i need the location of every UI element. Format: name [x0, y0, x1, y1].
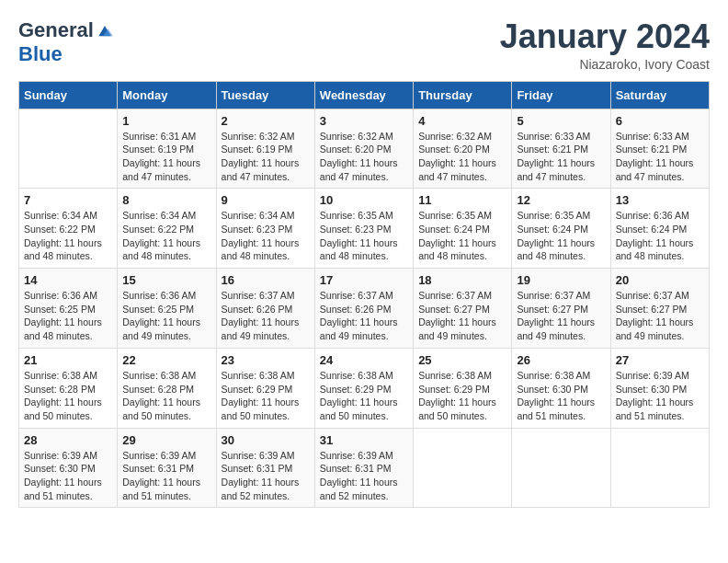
calendar-cell: 29Sunrise: 6:39 AM Sunset: 6:31 PM Dayli… [118, 428, 216, 508]
calendar-cell: 1Sunrise: 6:31 AM Sunset: 6:19 PM Daylig… [118, 109, 216, 189]
calendar-table: SundayMondayTuesdayWednesdayThursdayFrid… [18, 81, 710, 509]
calendar-cell: 7Sunrise: 6:34 AM Sunset: 6:22 PM Daylig… [19, 189, 118, 269]
day-info: Sunrise: 6:36 AM Sunset: 6:25 PM Dayligh… [24, 289, 112, 343]
location-subtitle: Niazaroko, Ivory Coast [500, 57, 710, 72]
day-number: 29 [122, 433, 210, 447]
day-number: 22 [122, 353, 210, 367]
calendar-cell: 31Sunrise: 6:39 AM Sunset: 6:31 PM Dayli… [314, 428, 413, 508]
day-info: Sunrise: 6:37 AM Sunset: 6:27 PM Dayligh… [418, 289, 506, 343]
calendar-day-header: Friday [512, 81, 610, 109]
day-info: Sunrise: 6:33 AM Sunset: 6:21 PM Dayligh… [517, 130, 605, 184]
day-info: Sunrise: 6:36 AM Sunset: 6:24 PM Dayligh… [616, 209, 704, 263]
day-number: 26 [517, 353, 605, 367]
day-info: Sunrise: 6:35 AM Sunset: 6:24 PM Dayligh… [517, 209, 605, 263]
calendar-cell: 4Sunrise: 6:32 AM Sunset: 6:20 PM Daylig… [414, 109, 512, 189]
calendar-cell: 10Sunrise: 6:35 AM Sunset: 6:23 PM Dayli… [314, 189, 413, 269]
day-info: Sunrise: 6:37 AM Sunset: 6:27 PM Dayligh… [517, 289, 605, 343]
calendar-cell: 25Sunrise: 6:38 AM Sunset: 6:29 PM Dayli… [414, 348, 512, 428]
day-number: 18 [418, 273, 506, 287]
calendar-cell: 28Sunrise: 6:39 AM Sunset: 6:30 PM Dayli… [19, 428, 118, 508]
calendar-cell: 9Sunrise: 6:34 AM Sunset: 6:23 PM Daylig… [216, 189, 314, 269]
calendar-day-header: Wednesday [314, 81, 413, 109]
day-number: 30 [222, 433, 310, 447]
calendar-cell: 5Sunrise: 6:33 AM Sunset: 6:21 PM Daylig… [512, 109, 610, 189]
calendar-cell: 15Sunrise: 6:36 AM Sunset: 6:25 PM Dayli… [118, 269, 216, 349]
month-title: January 2024 [500, 18, 710, 55]
calendar-day-header: Saturday [610, 81, 709, 109]
calendar-cell: 14Sunrise: 6:36 AM Sunset: 6:25 PM Dayli… [19, 269, 118, 349]
calendar-cell: 18Sunrise: 6:37 AM Sunset: 6:27 PM Dayli… [414, 269, 512, 349]
calendar-cell: 24Sunrise: 6:38 AM Sunset: 6:29 PM Dayli… [314, 348, 413, 428]
calendar-cell: 27Sunrise: 6:39 AM Sunset: 6:30 PM Dayli… [610, 348, 709, 428]
calendar-cell: 16Sunrise: 6:37 AM Sunset: 6:26 PM Dayli… [216, 269, 314, 349]
day-number: 23 [222, 353, 310, 367]
day-info: Sunrise: 6:37 AM Sunset: 6:27 PM Dayligh… [616, 289, 704, 343]
calendar-cell [414, 428, 512, 508]
title-section: January 2024 Niazaroko, Ivory Coast [500, 18, 710, 72]
calendar-cell: 23Sunrise: 6:38 AM Sunset: 6:29 PM Dayli… [216, 348, 314, 428]
calendar-cell: 30Sunrise: 6:39 AM Sunset: 6:31 PM Dayli… [216, 428, 314, 508]
day-number: 24 [320, 353, 408, 367]
day-info: Sunrise: 6:37 AM Sunset: 6:26 PM Dayligh… [222, 289, 310, 343]
day-number: 21 [24, 353, 112, 367]
day-info: Sunrise: 6:32 AM Sunset: 6:20 PM Dayligh… [418, 130, 506, 184]
calendar-week-row: 7Sunrise: 6:34 AM Sunset: 6:22 PM Daylig… [19, 189, 710, 269]
calendar-cell: 22Sunrise: 6:38 AM Sunset: 6:28 PM Dayli… [118, 348, 216, 428]
day-info: Sunrise: 6:32 AM Sunset: 6:19 PM Dayligh… [222, 130, 310, 184]
day-info: Sunrise: 6:34 AM Sunset: 6:22 PM Dayligh… [24, 209, 112, 263]
day-number: 20 [616, 273, 704, 287]
day-number: 12 [517, 193, 605, 207]
day-info: Sunrise: 6:37 AM Sunset: 6:26 PM Dayligh… [320, 289, 408, 343]
calendar-day-header: Thursday [414, 81, 512, 109]
day-number: 10 [320, 193, 408, 207]
day-info: Sunrise: 6:38 AM Sunset: 6:29 PM Dayligh… [418, 369, 506, 423]
day-number: 2 [222, 114, 310, 128]
calendar-cell [610, 428, 709, 508]
calendar-week-row: 21Sunrise: 6:38 AM Sunset: 6:28 PM Dayli… [19, 348, 710, 428]
calendar-cell: 3Sunrise: 6:32 AM Sunset: 6:20 PM Daylig… [314, 109, 413, 189]
day-info: Sunrise: 6:38 AM Sunset: 6:29 PM Dayligh… [222, 369, 310, 423]
day-info: Sunrise: 6:35 AM Sunset: 6:23 PM Dayligh… [320, 209, 408, 263]
day-number: 3 [320, 114, 408, 128]
calendar-cell: 21Sunrise: 6:38 AM Sunset: 6:28 PM Dayli… [19, 348, 118, 428]
calendar-cell: 20Sunrise: 6:37 AM Sunset: 6:27 PM Dayli… [610, 269, 709, 349]
day-number: 31 [320, 433, 408, 447]
calendar-day-header: Monday [118, 81, 216, 109]
day-info: Sunrise: 6:31 AM Sunset: 6:19 PM Dayligh… [122, 130, 210, 184]
day-info: Sunrise: 6:35 AM Sunset: 6:24 PM Dayligh… [418, 209, 506, 263]
day-info: Sunrise: 6:34 AM Sunset: 6:22 PM Dayligh… [122, 209, 210, 263]
day-number: 17 [320, 273, 408, 287]
day-number: 14 [24, 273, 112, 287]
day-info: Sunrise: 6:39 AM Sunset: 6:30 PM Dayligh… [24, 449, 112, 503]
calendar-cell: 6Sunrise: 6:33 AM Sunset: 6:21 PM Daylig… [610, 109, 709, 189]
calendar-week-row: 14Sunrise: 6:36 AM Sunset: 6:25 PM Dayli… [19, 269, 710, 349]
calendar-day-header: Tuesday [216, 81, 314, 109]
day-info: Sunrise: 6:38 AM Sunset: 6:30 PM Dayligh… [517, 369, 605, 423]
page-header: General Blue January 2024 Niazaroko, Ivo… [18, 18, 710, 72]
calendar-cell: 26Sunrise: 6:38 AM Sunset: 6:30 PM Dayli… [512, 348, 610, 428]
day-number: 6 [616, 114, 704, 128]
day-info: Sunrise: 6:36 AM Sunset: 6:25 PM Dayligh… [122, 289, 210, 343]
day-number: 4 [418, 114, 506, 128]
day-number: 15 [122, 273, 210, 287]
calendar-cell: 8Sunrise: 6:34 AM Sunset: 6:22 PM Daylig… [118, 189, 216, 269]
day-number: 5 [517, 114, 605, 128]
day-info: Sunrise: 6:38 AM Sunset: 6:28 PM Dayligh… [24, 369, 112, 423]
day-number: 25 [418, 353, 506, 367]
day-number: 9 [222, 193, 310, 207]
day-info: Sunrise: 6:39 AM Sunset: 6:30 PM Dayligh… [616, 369, 704, 423]
calendar-cell: 2Sunrise: 6:32 AM Sunset: 6:19 PM Daylig… [216, 109, 314, 189]
calendar-cell: 12Sunrise: 6:35 AM Sunset: 6:24 PM Dayli… [512, 189, 610, 269]
day-number: 1 [122, 114, 210, 128]
logo: General Blue [18, 18, 114, 66]
calendar-cell: 13Sunrise: 6:36 AM Sunset: 6:24 PM Dayli… [610, 189, 709, 269]
day-number: 11 [418, 193, 506, 207]
day-info: Sunrise: 6:33 AM Sunset: 6:21 PM Dayligh… [616, 130, 704, 184]
calendar-week-row: 28Sunrise: 6:39 AM Sunset: 6:30 PM Dayli… [19, 428, 710, 508]
logo-blue-text: Blue [18, 42, 63, 66]
day-number: 27 [616, 353, 704, 367]
day-info: Sunrise: 6:39 AM Sunset: 6:31 PM Dayligh… [122, 449, 210, 503]
day-info: Sunrise: 6:34 AM Sunset: 6:23 PM Dayligh… [222, 209, 310, 263]
day-number: 19 [517, 273, 605, 287]
day-number: 8 [122, 193, 210, 207]
